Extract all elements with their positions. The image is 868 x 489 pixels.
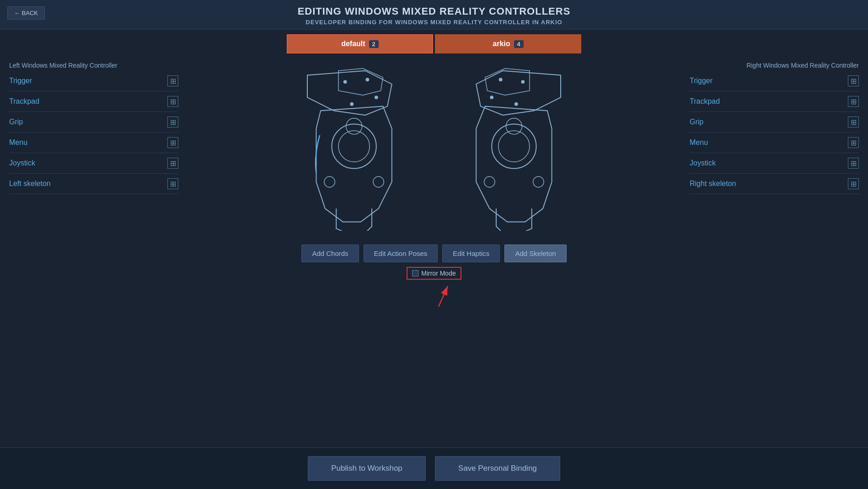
edit-haptics-button[interactable]: Edit Haptics <box>442 244 500 262</box>
page-title: EDITING WINDOWS MIXED REALITY CONTROLLER… <box>0 5 868 17</box>
left-menu-label: Menu <box>9 138 27 147</box>
left-panel-title: Left Windows Mixed Reality Controller <box>9 62 178 69</box>
left-trackpad-row[interactable]: Trackpad ⊞ <box>9 91 178 112</box>
right-menu-row[interactable]: Menu ⊞ <box>690 133 859 153</box>
mirror-mode-label: Mirror Mode <box>421 270 455 277</box>
right-trackpad-add-icon[interactable]: ⊞ <box>848 96 859 107</box>
right-trackpad-row[interactable]: Trackpad ⊞ <box>690 91 859 112</box>
svg-point-17 <box>506 118 522 134</box>
right-trackpad-label: Trackpad <box>690 97 720 106</box>
left-grip-add-icon[interactable]: ⊞ <box>167 117 178 128</box>
left-trigger-label: Trigger <box>9 77 32 85</box>
svg-line-19 <box>439 286 448 307</box>
svg-point-8 <box>346 118 362 134</box>
svg-point-3 <box>373 176 384 187</box>
right-panel-title: Right Windows Mixed Reality Controller <box>690 62 859 69</box>
right-controller-svg <box>448 66 576 231</box>
svg-point-1 <box>338 131 370 162</box>
right-joystick-add-icon[interactable]: ⊞ <box>848 158 859 169</box>
main-content: Left Windows Mixed Reality Controller Tr… <box>0 57 868 447</box>
save-personal-binding-button[interactable]: Save Personal Binding <box>435 456 560 481</box>
tab-default-label: default <box>341 40 365 48</box>
right-panel: Right Windows Mixed Reality Controller T… <box>690 57 868 447</box>
svg-point-11 <box>533 176 544 187</box>
right-trigger-label: Trigger <box>690 77 713 85</box>
right-skeleton-row[interactable]: Right skeleton ⊞ <box>690 174 859 194</box>
controllers-display <box>292 66 576 231</box>
right-joystick-label: Joystick <box>690 159 716 167</box>
right-skeleton-add-icon[interactable]: ⊞ <box>848 178 859 189</box>
svg-point-5 <box>365 78 369 81</box>
right-skeleton-label: Right skeleton <box>690 180 736 188</box>
bottom-bar: Publish to Workshop Save Personal Bindin… <box>0 447 868 489</box>
left-skeleton-row[interactable]: Left skeleton ⊞ <box>9 174 178 194</box>
left-menu-row[interactable]: Menu ⊞ <box>9 133 178 153</box>
left-joystick-add-icon[interactable]: ⊞ <box>167 158 178 169</box>
left-joystick-label: Joystick <box>9 159 35 167</box>
tab-arkio[interactable]: arkio 4 <box>435 34 581 53</box>
edit-action-poses-button[interactable]: Edit Action Poses <box>364 244 438 262</box>
left-trackpad-add-icon[interactable]: ⊞ <box>167 96 178 107</box>
back-button[interactable]: ← BACK <box>7 6 45 20</box>
svg-point-10 <box>498 131 530 162</box>
svg-point-15 <box>490 96 493 99</box>
header: EDITING WINDOWS MIXED REALITY CONTROLLER… <box>0 0 868 30</box>
mirror-mode-container: Mirror Mode <box>407 267 461 280</box>
right-grip-label: Grip <box>690 118 703 126</box>
tab-arkio-label: arkio <box>493 40 510 48</box>
right-menu-add-icon[interactable]: ⊞ <box>848 137 859 148</box>
tab-default-badge: 2 <box>369 40 379 48</box>
tab-arkio-badge: 4 <box>514 40 524 48</box>
mirror-mode-checkbox[interactable] <box>412 270 418 276</box>
tab-default[interactable]: default 2 <box>287 34 433 53</box>
right-joystick-row[interactable]: Joystick ⊞ <box>690 153 859 174</box>
right-grip-row[interactable]: Grip ⊞ <box>690 112 859 133</box>
left-grip-row[interactable]: Grip ⊞ <box>9 112 178 133</box>
action-buttons-row: Add Chords Edit Action Poses Edit Haptic… <box>301 244 566 262</box>
tabs-row: default 2 arkio 4 <box>0 30 868 57</box>
svg-point-16 <box>514 102 518 106</box>
svg-point-13 <box>521 80 525 84</box>
add-skeleton-button[interactable]: Add Skeleton <box>504 244 566 262</box>
svg-point-14 <box>499 78 503 81</box>
left-trigger-add-icon[interactable]: ⊞ <box>167 75 178 86</box>
left-controller-svg <box>292 66 420 231</box>
right-menu-label: Menu <box>690 138 708 147</box>
left-menu-add-icon[interactable]: ⊞ <box>167 137 178 148</box>
add-chords-button[interactable]: Add Chords <box>301 244 359 262</box>
svg-point-2 <box>324 176 335 187</box>
center-area: Add Chords Edit Action Poses Edit Haptic… <box>178 57 690 447</box>
svg-point-6 <box>375 96 378 99</box>
page-subtitle: DEVELOPER BINDING FOR WINDOWS MIXED REAL… <box>0 19 868 26</box>
right-trigger-row[interactable]: Trigger ⊞ <box>690 71 859 91</box>
svg-point-12 <box>484 176 495 187</box>
left-trigger-row[interactable]: Trigger ⊞ <box>9 71 178 91</box>
right-grip-add-icon[interactable]: ⊞ <box>848 117 859 128</box>
publish-workshop-button[interactable]: Publish to Workshop <box>308 456 426 481</box>
action-buttons: Add Chords Edit Action Poses Edit Haptic… <box>301 244 566 309</box>
svg-point-4 <box>343 80 347 84</box>
left-skeleton-label: Left skeleton <box>9 180 51 188</box>
left-panel: Left Windows Mixed Reality Controller Tr… <box>0 57 178 447</box>
right-trigger-add-icon[interactable]: ⊞ <box>848 75 859 86</box>
svg-point-7 <box>350 102 354 106</box>
left-trackpad-label: Trackpad <box>9 97 39 106</box>
left-grip-label: Grip <box>9 118 23 126</box>
left-joystick-row[interactable]: Joystick ⊞ <box>9 153 178 174</box>
arrow-indicator <box>425 282 452 309</box>
left-skeleton-add-icon[interactable]: ⊞ <box>167 178 178 189</box>
